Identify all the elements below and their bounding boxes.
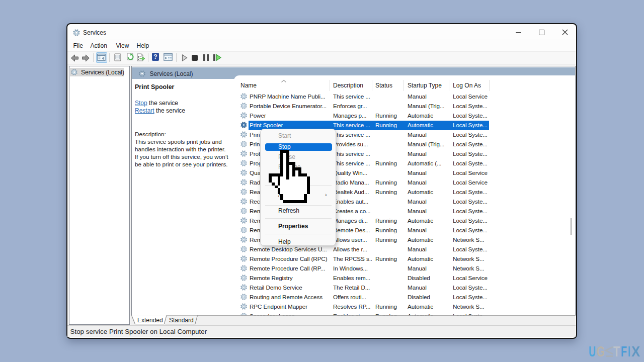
svg-text:I: I <box>628 345 630 358</box>
svg-text:X: X <box>631 345 640 358</box>
svg-text:F: F <box>621 345 627 358</box>
svg-text:Extended: Extended <box>137 317 163 324</box>
svg-text:U: U <box>589 345 596 358</box>
svg-text:Standard: Standard <box>169 317 194 324</box>
svg-text:G: G <box>597 345 605 358</box>
svg-text:T: T <box>613 345 620 358</box>
